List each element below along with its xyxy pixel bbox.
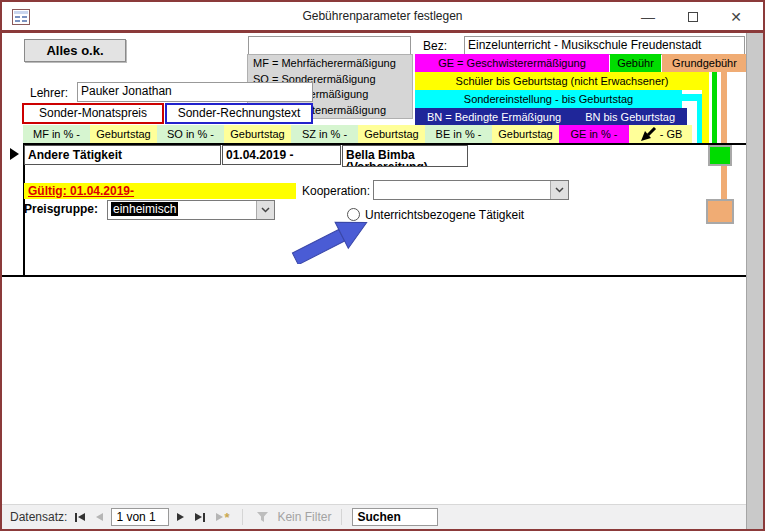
search-input[interactable] [352,508,438,526]
grundgebuehr-field[interactable] [706,199,734,224]
legend-bn-left: BN = Bedingte Ermäßigung [427,108,561,126]
gueltig-label: Gültig: 01.04.2019- [24,183,296,199]
legend-grundgebuehr-bar: Grundgebühr [662,54,747,72]
kein-filter-label: Kein Filter [277,510,331,524]
sonder-rechnungstext-button[interactable]: Sonder-Rechnungstext [165,103,313,124]
taetigkeit-cell[interactable]: Andere Tätigkeit [24,145,221,165]
orange-connector-vertical [721,72,727,199]
preisgruppe-dropdown-button[interactable] [256,201,274,219]
preisgruppe-value: einheimisch [111,202,178,216]
datensatz-label: Datensatz: [10,510,67,524]
sonder-monatspreis-button[interactable]: Sonder-Monatspreis [22,103,164,124]
close-button[interactable]: ✕ [721,6,751,28]
titlebar: Gebührenparameter festlegen — ✕ [2,2,763,33]
header-geburtstag-4: Geburtstag [492,125,559,143]
legend-sondereinstellung-bar: Sondereinstellung - bis Geburtstag [415,90,682,108]
bezeichnung-line1: Bella Bimba (Vorbereitung) - [346,149,465,167]
header-mf: MF in % - [23,125,90,143]
yellow-connector-vertical [702,90,709,143]
vertical-scrollbar[interactable] [746,33,763,529]
chevron-down-icon [261,207,270,213]
new-record-button[interactable]: * [213,511,232,524]
kooperation-combobox[interactable] [373,180,569,200]
preisgruppe-combobox[interactable]: einheimisch [107,200,275,220]
bezeichnung-cell[interactable]: Bella Bimba (Vorbereitung) - 20' Einzel [342,145,468,167]
blue-pointer-arrow [284,212,382,268]
lehrer-label: Lehrer: [30,86,68,100]
record-position-input[interactable] [111,508,169,526]
filter-funnel-icon [256,511,269,523]
bez-field[interactable]: Einzelunterricht - Musikschule Freudenst… [464,36,745,55]
legend-bn-right: BN bis Geburtstag [585,108,675,126]
header-sz: SZ in % - [291,125,358,143]
zeitraum-cell[interactable]: 01.04.2019 - [222,145,341,165]
record-selector[interactable] [10,148,19,160]
gebuehr-field[interactable] [708,145,732,166]
header-gb: - GB [629,125,692,143]
legend-bn-bar: BN = Bedingte Ermäßigung BN bis Geburtst… [415,108,687,126]
chevron-down-icon [555,187,564,193]
green-connector-vertical [712,72,717,143]
unterrichtsbezogen-radio-label: Unterrichtsbezogene Tätigkeit [365,208,524,222]
previous-record-button[interactable] [93,511,106,523]
filter-button[interactable] [253,509,272,525]
kooperation-dropdown-button[interactable] [550,181,568,199]
header-geburtstag-1: Geburtstag [90,125,157,143]
header-gb-label: - GB [660,125,683,143]
legend-gebuehr-bar: Gebühr [610,54,661,72]
header-so: SO in % - [157,125,224,143]
kooperation-value [374,181,550,199]
legend-schueler-bar: Schüler bis Geburtstag (nicht Erwachsene… [415,72,709,90]
lehrer-field[interactable]: Pauker Jonathan [77,82,313,102]
header-geburtstag-2: Geburtstag [224,125,291,143]
maximize-button[interactable] [678,6,708,28]
first-record-button[interactable] [72,511,88,524]
access-form-window: Gebührenparameter festlegen — ✕ Alles o.… [0,0,765,531]
last-record-button[interactable] [192,511,208,524]
minimize-button[interactable]: — [633,6,663,28]
kooperation-label: Kooperation: [302,184,370,198]
grid-header-row: MF in % - Geburtstag SO in % - Geburtsta… [23,125,692,143]
bez-label: Bez: [423,39,447,53]
next-record-button[interactable] [174,511,187,523]
header-ge: GE in % - [559,125,629,143]
empty-text-field[interactable] [248,36,411,55]
arrow-down-left-icon [639,127,657,142]
legend-mf: MF = Mehrfächerermäßigung [253,56,412,72]
header-geburtstag-3: Geburtstag [358,125,425,143]
divider-bottom [2,275,746,277]
preisgruppe-label: Preisgruppe: [24,202,98,216]
legend-ge-bar: GE = Geschwisterermäßigung [415,54,609,72]
header-be: BE in % - [425,125,492,143]
alles-ok-button[interactable]: Alles o.k. [24,39,126,62]
record-navigation-bar: Datensatz: * Kein Filter [2,504,746,529]
